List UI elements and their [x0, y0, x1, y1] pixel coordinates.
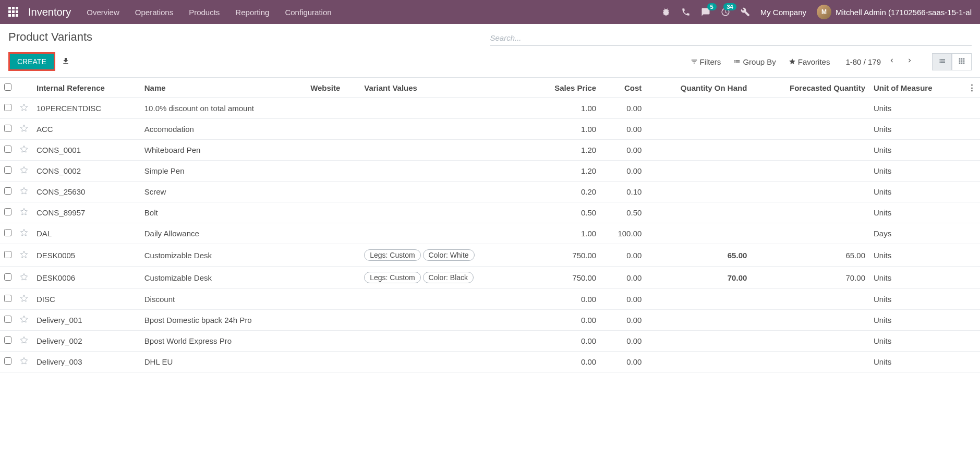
cell-name: Simple Pen	[140, 161, 306, 182]
list-view-button[interactable]	[932, 53, 952, 70]
cell-cost: 0.50	[600, 202, 646, 223]
star-icon[interactable]	[20, 230, 28, 238]
kanban-view-button[interactable]	[952, 53, 972, 70]
table-row[interactable]: DESK0006 Customizable Desk Legs: CustomC…	[0, 267, 980, 289]
star-icon[interactable]	[20, 274, 28, 283]
cell-website	[306, 140, 360, 161]
star-icon[interactable]	[20, 337, 28, 346]
cell-uom: Days	[869, 223, 964, 244]
groupby-button[interactable]: Group By	[733, 57, 776, 66]
table-row[interactable]: CONS_0002 Simple Pen 1.20 0.00 Units	[0, 161, 980, 182]
cell-variants	[360, 140, 530, 161]
control-panel: Product Variants CREATE Filters Group By	[0, 24, 980, 78]
row-checkbox[interactable]	[4, 229, 11, 236]
row-checkbox[interactable]	[4, 336, 11, 344]
table-row[interactable]: Delivery_003 DHL EU 0.00 0.00 Units	[0, 352, 980, 372]
tools-icon[interactable]	[741, 7, 750, 17]
select-all-checkbox[interactable]	[4, 83, 11, 91]
row-checkbox[interactable]	[4, 125, 11, 132]
table-row[interactable]: DISC Discount 0.00 0.00 Units	[0, 289, 980, 310]
cell-ref: DESK0005	[32, 244, 140, 267]
table-row[interactable]: CONS_89957 Bolt 0.50 0.50 Units	[0, 202, 980, 223]
menu-configuration[interactable]: Configuration	[285, 8, 331, 17]
col-options[interactable]: ⋮	[964, 78, 980, 98]
create-button[interactable]: CREATE	[8, 52, 55, 71]
table-row[interactable]: CONS_25630 Screw 0.20 0.10 Units	[0, 182, 980, 202]
col-variant-values[interactable]: Variant Values	[360, 78, 530, 98]
menu-reporting[interactable]: Reporting	[235, 8, 269, 17]
star-icon[interactable]	[20, 209, 28, 218]
star-icon[interactable]	[20, 295, 28, 304]
star-icon[interactable]	[20, 316, 28, 325]
row-checkbox[interactable]	[4, 208, 11, 215]
bug-icon[interactable]	[661, 7, 671, 17]
favorites-button[interactable]: Favorites	[789, 57, 830, 66]
pager: 1-80 / 179	[845, 55, 916, 68]
table-row[interactable]: CONS_0001 Whiteboard Pen 1.20 0.00 Units	[0, 140, 980, 161]
menu-products[interactable]: Products	[189, 8, 220, 17]
filters-button[interactable]: Filters	[691, 57, 721, 66]
pager-text[interactable]: 1-80 / 179	[845, 57, 881, 66]
table-row[interactable]: DAL Daily Allowance 1.00 100.00 Days	[0, 223, 980, 244]
star-icon[interactable]	[20, 358, 28, 367]
page-title: Product Variants	[8, 30, 490, 44]
cell-price: 750.00	[530, 244, 600, 267]
star-icon[interactable]	[20, 104, 28, 113]
pager-next[interactable]	[903, 55, 916, 68]
cell-cost: 0.00	[600, 244, 646, 267]
star-icon[interactable]	[20, 146, 28, 155]
cell-variants	[360, 182, 530, 202]
table-row[interactable]: ACC Accomodation 1.00 0.00 Units	[0, 119, 980, 140]
cell-price: 1.20	[530, 161, 600, 182]
col-cost[interactable]: Cost	[600, 78, 646, 98]
cell-cost: 0.00	[600, 119, 646, 140]
activities-icon[interactable]: 34	[721, 7, 730, 17]
star-icon[interactable]	[20, 167, 28, 176]
pager-prev[interactable]	[885, 55, 899, 68]
cell-variants	[360, 352, 530, 372]
row-checkbox[interactable]	[4, 251, 11, 258]
row-checkbox[interactable]	[4, 166, 11, 174]
search-input[interactable]	[490, 33, 972, 42]
menu-overview[interactable]: Overview	[87, 8, 119, 17]
col-internal-ref[interactable]: Internal Reference	[32, 78, 140, 98]
phone-icon[interactable]	[681, 7, 691, 17]
cell-uom: Units	[869, 352, 964, 372]
cell-uom: Units	[869, 182, 964, 202]
row-checkbox[interactable]	[4, 146, 11, 153]
row-checkbox[interactable]	[4, 316, 11, 323]
company-selector[interactable]: My Company	[760, 8, 806, 17]
cell-cost: 0.00	[600, 289, 646, 310]
user-menu[interactable]: M Mitchell Admin (17102566-saas-15-1-al	[817, 5, 972, 19]
table-row[interactable]: 10PERCENTDISC 10.0% discount on total am…	[0, 98, 980, 119]
col-sales-price[interactable]: Sales Price	[530, 78, 600, 98]
row-checkbox[interactable]	[4, 273, 11, 281]
cell-cost: 0.00	[600, 161, 646, 182]
table-row[interactable]: DESK0005 Customizable Desk Legs: CustomC…	[0, 244, 980, 267]
cell-ref: CONS_89957	[32, 202, 140, 223]
apps-menu-icon[interactable]	[8, 7, 19, 17]
app-brand[interactable]: Inventory	[28, 6, 71, 18]
messages-icon[interactable]: 5	[701, 7, 710, 17]
row-checkbox[interactable]	[4, 187, 11, 195]
col-name[interactable]: Name	[140, 78, 306, 98]
cell-website	[306, 98, 360, 119]
cell-price: 0.00	[530, 331, 600, 352]
table-row[interactable]: Delivery_002 Bpost World Express Pro 0.0…	[0, 331, 980, 352]
row-checkbox[interactable]	[4, 104, 11, 111]
menu-operations[interactable]: Operations	[135, 8, 173, 17]
star-icon[interactable]	[20, 251, 28, 260]
col-website[interactable]: Website	[306, 78, 360, 98]
import-button[interactable]	[59, 55, 72, 69]
star-icon[interactable]	[20, 188, 28, 197]
variant-tag: Color: White	[423, 249, 475, 261]
table-row[interactable]: Delivery_001 Bpost Domestic bpack 24h Pr…	[0, 310, 980, 331]
row-checkbox[interactable]	[4, 357, 11, 365]
col-uom[interactable]: Unit of Measure	[869, 78, 964, 98]
col-qty-on-hand[interactable]: Quantity On Hand	[646, 78, 751, 98]
col-forecasted[interactable]: Forecasted Quantity	[751, 78, 869, 98]
cell-forecasted	[751, 223, 869, 244]
star-icon[interactable]	[20, 125, 28, 134]
cell-uom: Units	[869, 161, 964, 182]
row-checkbox[interactable]	[4, 295, 11, 302]
